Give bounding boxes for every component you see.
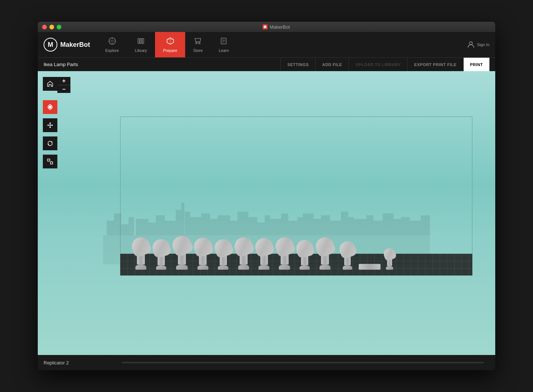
svg-rect-58 <box>48 159 50 161</box>
print-button[interactable]: PRINT <box>463 58 490 72</box>
app-icon <box>263 24 268 29</box>
close-button[interactable] <box>42 25 47 29</box>
title-bar: MakerBot <box>38 22 495 32</box>
library-icon <box>137 37 145 47</box>
learn-icon <box>220 37 228 47</box>
nav-item-explore[interactable]: Explore <box>97 32 127 57</box>
nav-item-prepare[interactable]: Prepare <box>155 32 185 57</box>
nav-items: Explore Library <box>97 32 467 57</box>
nav-label-explore: Explore <box>105 48 119 53</box>
upload-library-button[interactable]: UPLOAD TO LIBRARY <box>349 58 407 72</box>
zoom-out-button[interactable]: − <box>57 85 70 93</box>
svg-rect-59 <box>50 162 53 164</box>
nav-label-library: Library <box>135 48 147 53</box>
export-print-button[interactable]: EXPORT PRINT FILE <box>407 58 463 72</box>
progress-bar <box>122 362 484 363</box>
rotate-group <box>43 136 70 150</box>
home-view-button[interactable] <box>43 77 57 91</box>
move-button[interactable] <box>43 118 57 132</box>
home-zoom-group: + − <box>43 77 70 93</box>
project-title: Ikea Lamp Parts <box>44 62 280 67</box>
person-icon <box>467 41 475 49</box>
3d-viewport[interactable]: .lamp-unit { display: inline-flex; flex-… <box>38 71 495 355</box>
bottom-bar: Replicator 2 <box>38 355 495 370</box>
sign-in-label: Sign In <box>477 42 489 47</box>
logo-text: MakerBot <box>60 41 90 49</box>
nav-label-learn: Learn <box>219 48 229 53</box>
nav-label-store: Store <box>193 48 203 53</box>
svg-point-0 <box>264 25 266 28</box>
minus-icon: − <box>62 86 65 93</box>
svg-point-57 <box>49 106 52 109</box>
svg-point-11 <box>199 42 200 44</box>
scale-button[interactable] <box>43 155 57 168</box>
window-title: MakerBot <box>61 24 491 30</box>
scale-group <box>43 155 70 168</box>
sign-in-button[interactable]: Sign In <box>467 41 489 49</box>
navbar: M MakerBot Explore <box>38 32 495 57</box>
svg-point-16 <box>469 42 472 45</box>
logo-circle: M <box>44 38 57 52</box>
logo-letter: M <box>48 41 53 49</box>
toolbar-actions: SETTINGS ADD FILE UPLOAD TO LIBRARY EXPO… <box>280 58 489 72</box>
minimize-button[interactable] <box>49 25 54 29</box>
compass-icon <box>108 37 116 47</box>
3d-model: .lamp-unit { display: inline-flex; flex-… <box>120 193 472 273</box>
toolbar: Ikea Lamp Parts SETTINGS ADD FILE UPLOAD… <box>38 57 495 71</box>
logo: M MakerBot <box>44 38 90 52</box>
lamp-parts-row: .lamp-unit { display: inline-flex; flex-… <box>131 236 396 270</box>
view-mode-button[interactable] <box>43 100 57 114</box>
left-toolbar: + − <box>43 77 70 171</box>
svg-rect-9 <box>142 38 144 44</box>
svg-rect-8 <box>140 38 142 44</box>
svg-rect-7 <box>138 38 139 44</box>
view-mode-group <box>43 100 70 114</box>
mac-window: MakerBot M MakerBot <box>38 22 495 370</box>
svg-point-2 <box>111 40 113 42</box>
nav-label-prepare: Prepare <box>163 48 177 53</box>
zoom-in-button[interactable]: + <box>57 77 70 85</box>
move-group <box>43 118 70 132</box>
traffic-lights <box>42 25 61 29</box>
plus-icon: + <box>62 78 65 84</box>
add-file-button[interactable]: ADD FILE <box>315 58 349 72</box>
prepare-icon <box>166 37 174 47</box>
svg-point-10 <box>196 42 197 44</box>
main-viewport: .lamp-unit { display: inline-flex; flex-… <box>38 71 495 355</box>
settings-button[interactable]: SETTINGS <box>280 58 315 72</box>
nav-item-library[interactable]: Library <box>127 32 155 57</box>
store-icon <box>194 37 202 47</box>
printer-name: Replicator 2 <box>44 360 116 366</box>
maximize-button[interactable] <box>57 25 61 29</box>
rotate-button[interactable] <box>43 136 57 150</box>
nav-item-learn[interactable]: Learn <box>211 32 237 57</box>
nav-item-store[interactable]: Store <box>185 32 211 57</box>
